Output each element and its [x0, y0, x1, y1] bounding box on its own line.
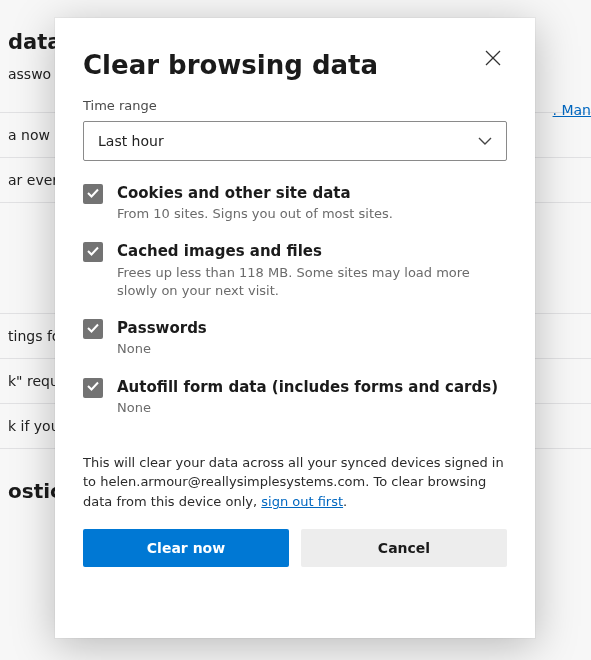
- item-subtext: Frees up less than 118 MB. Some sites ma…: [117, 264, 507, 300]
- item-subtext: None: [117, 399, 507, 417]
- list-item: Passwords None: [83, 318, 507, 358]
- item-title: Passwords: [117, 318, 507, 338]
- item-subtext: From 10 sites. Signs you out of most sit…: [117, 205, 507, 223]
- list-item: Cookies and other site data From 10 site…: [83, 183, 507, 223]
- item-title: Cookies and other site data: [117, 183, 507, 203]
- item-title: Cached images and files: [117, 241, 507, 261]
- sign-out-link[interactable]: sign out first: [261, 494, 343, 509]
- checkmark-icon: [86, 185, 100, 204]
- list-item: Cached images and files Frees up less th…: [83, 241, 507, 300]
- footer-note: This will clear your data across all you…: [83, 453, 507, 512]
- close-icon: [485, 50, 501, 70]
- checkmark-icon: [86, 320, 100, 339]
- checkbox-cached[interactable]: [83, 242, 103, 262]
- checkmark-icon: [86, 378, 100, 397]
- time-range-select[interactable]: Last hour: [83, 121, 507, 161]
- time-range-label: Time range: [83, 98, 507, 113]
- close-button[interactable]: [479, 46, 507, 74]
- clear-now-button[interactable]: Clear now: [83, 529, 289, 567]
- footer-text-end: .: [343, 494, 347, 509]
- clear-browsing-data-dialog: Clear browsing data Time range Last hour: [55, 18, 535, 638]
- cancel-button[interactable]: Cancel: [301, 529, 507, 567]
- item-subtext: None: [117, 340, 507, 358]
- data-types-list: Cookies and other site data From 10 site…: [83, 183, 507, 423]
- checkmark-icon: [86, 243, 100, 262]
- checkbox-autofill[interactable]: [83, 378, 103, 398]
- checkbox-passwords[interactable]: [83, 319, 103, 339]
- dialog-title: Clear browsing data: [83, 50, 378, 80]
- checkbox-cookies[interactable]: [83, 184, 103, 204]
- list-item: Autofill form data (includes forms and c…: [83, 377, 507, 417]
- item-title: Autofill form data (includes forms and c…: [117, 377, 507, 397]
- chevron-down-icon: [476, 132, 494, 150]
- modal-overlay: Clear browsing data Time range Last hour: [0, 0, 591, 660]
- time-range-value: Last hour: [98, 133, 164, 149]
